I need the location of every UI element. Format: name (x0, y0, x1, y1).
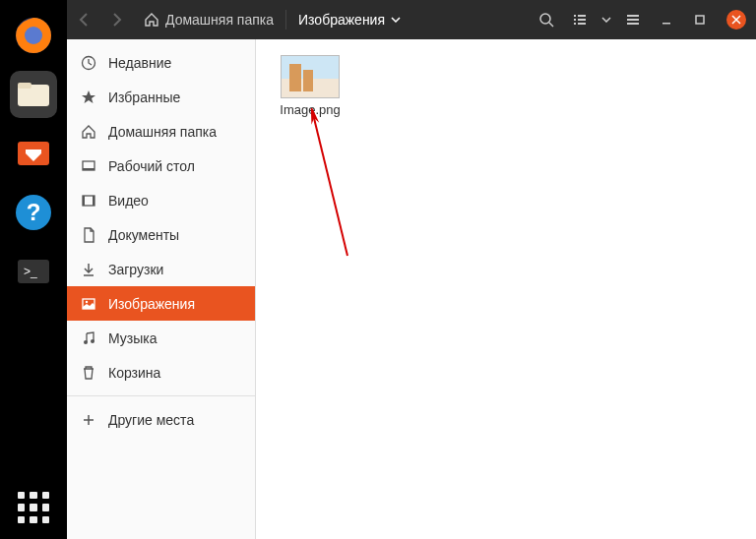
svg-rect-26 (83, 196, 85, 206)
svg-rect-20 (662, 23, 670, 25)
svg-text:?: ? (27, 199, 41, 225)
sidebar-divider (67, 395, 255, 396)
view-dropdown-button[interactable] (597, 0, 616, 39)
dock-show-applications[interactable] (14, 488, 53, 527)
view-list-button[interactable] (563, 0, 597, 39)
sidebar-item-pictures[interactable]: Изображения (67, 286, 255, 321)
svg-rect-16 (578, 23, 586, 25)
sidebar-item-label: Избранные (108, 90, 180, 105)
sidebar-item-label: Другие места (108, 412, 194, 428)
svg-rect-27 (93, 196, 94, 206)
sidebar-item-documents[interactable]: Документы (67, 217, 255, 252)
svg-point-1 (25, 27, 42, 44)
sidebar-item-music[interactable]: Музыка (67, 321, 255, 355)
sidebar-item-label: Музыка (108, 330, 158, 346)
breadcrumb-home[interactable]: Домашняя папка (134, 12, 284, 28)
titlebar: Домашняя папка Изображения (67, 0, 756, 39)
sidebar-item-label: Рабочий стол (108, 158, 195, 174)
dock: ? >_ (0, 0, 67, 539)
sidebar-item-label: Видео (108, 193, 149, 209)
sidebar-item-home[interactable]: Домашняя папка (67, 114, 255, 149)
svg-rect-19 (627, 23, 639, 25)
sidebar-item-label: Недавние (108, 55, 171, 71)
sidebar-item-downloads[interactable]: Загрузки (67, 252, 255, 286)
sidebar-item-label: Корзина (108, 365, 160, 381)
sidebar-item-label: Домашняя папка (108, 124, 217, 140)
svg-rect-12 (578, 15, 586, 17)
music-icon (81, 330, 96, 346)
desktop-icon (81, 158, 96, 174)
svg-rect-17 (627, 15, 639, 17)
picture-icon (81, 296, 96, 312)
svg-point-9 (540, 14, 550, 24)
video-icon (81, 193, 96, 209)
dock-item-software[interactable] (10, 130, 57, 177)
breadcrumb-home-label: Домашняя папка (165, 12, 274, 28)
sidebar-item-label: Изображения (108, 296, 195, 312)
sidebar-item-desktop[interactable]: Рабочий стол (67, 149, 255, 183)
nav-forward-button[interactable] (100, 0, 134, 39)
svg-rect-14 (578, 19, 586, 21)
file-name: Image.png (280, 102, 340, 117)
sidebar-item-videos[interactable]: Видео (67, 183, 255, 217)
star-icon (81, 90, 96, 105)
file-grid[interactable]: Image.png (256, 39, 756, 539)
svg-rect-13 (574, 19, 576, 21)
svg-rect-21 (696, 16, 704, 24)
menu-icon (625, 12, 641, 28)
hamburger-menu-button[interactable] (616, 0, 650, 39)
file-manager-window: Домашняя папка Изображения (67, 0, 756, 539)
svg-point-31 (91, 339, 94, 343)
sidebar-item-starred[interactable]: Избранные (67, 80, 255, 114)
sidebar-item-label: Документы (108, 227, 179, 243)
sidebar: Недавние Избранные Домашняя папка Рабочи… (67, 39, 256, 539)
close-icon (731, 15, 741, 25)
sidebar-item-other-locations[interactable]: Другие места (67, 402, 255, 437)
plus-icon (81, 412, 96, 428)
dock-item-firefox[interactable] (10, 12, 57, 59)
window-minimize-button[interactable] (650, 0, 683, 39)
svg-text:>_: >_ (24, 265, 37, 278)
minimize-icon (661, 14, 672, 26)
document-icon (81, 227, 96, 243)
dock-item-files[interactable] (10, 71, 57, 118)
breadcrumb-current-label: Изображения (298, 12, 385, 28)
dock-item-terminal[interactable]: >_ (10, 248, 57, 295)
clock-icon (81, 55, 96, 71)
svg-rect-3 (18, 83, 32, 89)
chevron-down-icon (391, 17, 401, 23)
sidebar-item-trash[interactable]: Корзина (67, 355, 255, 389)
nav-back-button[interactable] (67, 0, 100, 39)
search-button[interactable] (530, 0, 563, 39)
file-item[interactable]: Image.png (272, 55, 348, 117)
maximize-icon (694, 14, 706, 26)
download-icon (81, 262, 96, 277)
breadcrumb-current[interactable]: Изображения (288, 12, 410, 28)
list-icon (572, 12, 588, 28)
svg-point-29 (86, 300, 88, 302)
file-thumbnail (281, 55, 340, 98)
sidebar-item-label: Загрузки (108, 262, 163, 277)
sidebar-item-recent[interactable]: Недавние (67, 45, 255, 80)
svg-rect-15 (574, 23, 576, 25)
annotation-arrow (303, 108, 362, 266)
svg-rect-18 (627, 19, 639, 21)
window-maximize-button[interactable] (683, 0, 717, 39)
svg-line-10 (549, 23, 553, 27)
home-icon (144, 12, 159, 28)
home-icon (81, 124, 96, 140)
svg-line-32 (313, 114, 347, 256)
svg-rect-24 (83, 168, 94, 170)
search-icon (538, 12, 554, 28)
chevron-down-icon (601, 17, 611, 23)
svg-rect-11 (574, 15, 576, 17)
trash-icon (81, 365, 96, 381)
dock-item-help[interactable]: ? (10, 189, 57, 236)
window-close-button[interactable] (726, 10, 746, 30)
